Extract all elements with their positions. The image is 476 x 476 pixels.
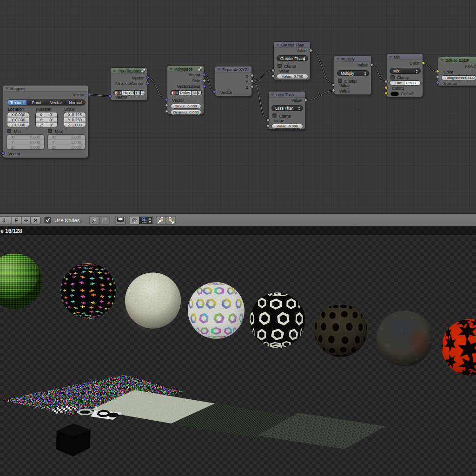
svg-text:F: F [15,218,18,223]
svg-text:Use Nodes: Use Nodes [54,218,80,223]
svg-text:3: 3 [2,218,5,223]
